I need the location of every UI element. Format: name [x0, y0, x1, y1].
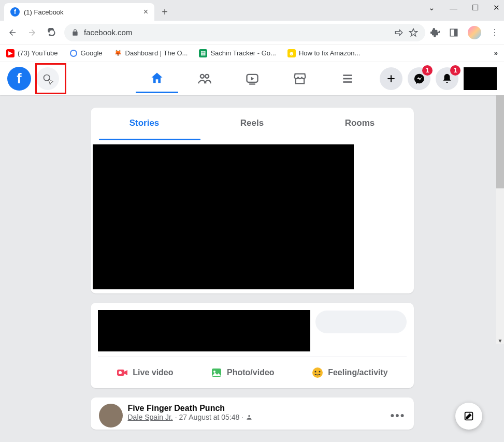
svg-point-15 [119, 371, 122, 374]
maximize-window-icon[interactable]: ☐ [472, 3, 479, 12]
scroll-down-arrow[interactable]: ▼ [496, 338, 504, 344]
facebook-header: f 1 1 [0, 62, 504, 95]
tab-rooms[interactable]: Rooms [306, 108, 414, 139]
forward-button[interactable] [25, 25, 39, 40]
post-author[interactable]: Dale Spain Jr. [128, 413, 173, 421]
panel-icon[interactable] [449, 28, 458, 37]
url-text: facebook.com [84, 28, 132, 37]
browser-tab[interactable]: f (1) Facebook × [4, 3, 154, 21]
bell-icon [441, 73, 453, 84]
feeling-activity-button[interactable]: Feeling/activity [304, 362, 395, 383]
audience-friends-icon [246, 414, 253, 421]
facebook-logo[interactable]: f [7, 67, 31, 91]
address-bar[interactable]: facebook.com [64, 24, 425, 41]
composer-redacted [98, 310, 310, 351]
notifications-button[interactable]: 1 [436, 67, 458, 90]
divider [98, 357, 407, 357]
messenger-badge: 1 [422, 65, 433, 76]
amazon-icon: ☻ [287, 49, 296, 57]
edit-icon [463, 410, 474, 422]
svg-point-5 [200, 75, 204, 78]
svg-point-6 [205, 75, 209, 78]
post-menu-button[interactable]: ••• [390, 409, 405, 422]
highlight-box [35, 63, 66, 94]
bookmark-star-icon[interactable] [409, 28, 418, 37]
composer-actions: Live video Photo/video Feeling/activity [98, 362, 407, 383]
minimize-window-icon[interactable]: — [450, 4, 457, 12]
post-time[interactable]: 27 August at 05:48 [179, 413, 240, 421]
live-video-icon [116, 366, 128, 379]
nav-friends[interactable] [183, 64, 226, 93]
composer-card: Live video Photo/video Feeling/activity [91, 303, 414, 388]
messenger-button[interactable]: 1 [408, 67, 430, 90]
svg-point-19 [315, 371, 316, 373]
youtube-icon: ▶ [6, 49, 15, 57]
window-controls: ⌄ — ☐ ✕ [428, 3, 500, 12]
google-icon [69, 49, 78, 57]
home-icon [150, 71, 164, 85]
tab-title: (1) Facebook [24, 8, 139, 16]
lock-icon [71, 29, 79, 36]
chrome-menu-icon[interactable]: ⋮ [491, 27, 499, 37]
svg-point-20 [319, 371, 321, 373]
extensions-icon[interactable] [430, 28, 440, 37]
scrollbar-thumb[interactable] [496, 95, 504, 188]
bookmark-amazon[interactable]: ☻ How to fix Amazon... [287, 49, 361, 57]
tab-reels[interactable]: Reels [198, 108, 306, 139]
browser-toolbar: facebook.com ⋮ [0, 21, 504, 45]
notifications-badge: 1 [450, 65, 460, 76]
stories-body [91, 142, 414, 293]
post-meta: Dale Spain Jr. · 27 August at 05:48 · [128, 413, 385, 421]
bookmarks-overflow-icon[interactable]: » [494, 49, 498, 57]
reload-button[interactable] [45, 25, 59, 40]
svg-point-18 [312, 367, 323, 378]
chevron-down-icon[interactable]: ⌄ [428, 3, 435, 12]
live-video-button[interactable]: Live video [109, 362, 180, 383]
dashboard-icon: 🦊 [114, 49, 122, 57]
close-tab-icon[interactable]: × [143, 7, 148, 17]
extension-icons: ⋮ [430, 26, 499, 39]
messenger-icon [413, 73, 425, 84]
bookmark-google[interactable]: Google [69, 49, 103, 57]
post-title[interactable]: Five Finger Death Punch [128, 404, 385, 413]
post-avatar[interactable] [99, 404, 123, 428]
back-button[interactable] [5, 25, 20, 40]
photo-video-button[interactable]: Photo/video [203, 362, 282, 383]
svg-point-21 [248, 415, 250, 417]
share-icon[interactable] [394, 28, 404, 37]
create-button[interactable] [380, 67, 402, 90]
main-content: Stories Reels Rooms Live video [0, 95, 504, 442]
bookmark-youtube[interactable]: ▶ (73) YouTube [6, 49, 58, 57]
bookmark-sheets[interactable]: ▦ Sachin Tracker - Go... [199, 49, 276, 57]
active-tab-underline [99, 139, 200, 140]
facebook-favicon: f [10, 7, 20, 17]
center-nav [136, 62, 369, 95]
tab-stories[interactable]: Stories [91, 108, 198, 139]
nav-marketplace[interactable] [279, 64, 321, 93]
new-tab-button[interactable]: + [157, 5, 172, 19]
scrollbar[interactable]: ▼ [496, 95, 504, 344]
close-window-icon[interactable]: ✕ [493, 3, 500, 12]
hamburger-icon [341, 72, 354, 85]
svg-point-2 [70, 50, 77, 56]
nav-menu[interactable] [326, 64, 369, 93]
nav-watch[interactable] [231, 64, 273, 93]
post-card: Five Finger Death Punch Dale Spain Jr. ·… [91, 397, 414, 430]
bookmarks-bar: ▶ (73) YouTube Google 🦊 Dashboard | The … [0, 45, 504, 62]
chrome-profile-avatar[interactable] [468, 26, 481, 39]
photo-video-icon [210, 366, 223, 379]
stories-card: Stories Reels Rooms [91, 108, 414, 293]
profile-picture[interactable] [464, 67, 497, 90]
bookmark-dashboard[interactable]: 🦊 Dashboard | The O... [114, 49, 188, 57]
google-sheets-icon: ▦ [199, 49, 207, 57]
right-nav: 1 1 [380, 67, 497, 90]
composer-input[interactable] [315, 311, 407, 333]
feeling-icon [311, 366, 324, 379]
new-post-fab[interactable] [455, 403, 482, 430]
nav-home[interactable] [136, 64, 178, 93]
story-tile-redacted[interactable] [93, 144, 354, 289]
friends-icon [197, 71, 212, 86]
watch-icon [245, 71, 260, 86]
marketplace-icon [293, 71, 307, 86]
svg-point-17 [213, 371, 215, 373]
